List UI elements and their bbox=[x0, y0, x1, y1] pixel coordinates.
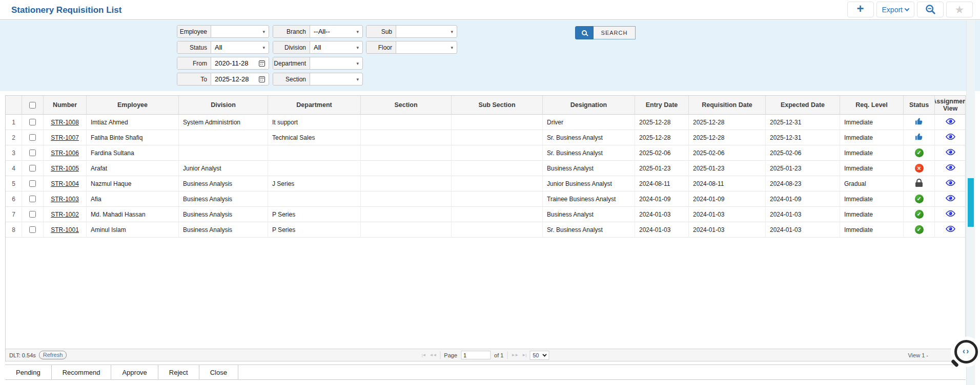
cell-requisition_date: 2025-01-23 bbox=[689, 161, 766, 176]
cell-seq: 2 bbox=[6, 130, 22, 145]
filter-sub-select[interactable]: ▾ bbox=[396, 26, 457, 37]
cell-view bbox=[935, 222, 966, 237]
cell-number: STR-1004 bbox=[44, 176, 87, 191]
table-row: 5STR-1004Nazmul HaqueBusiness AnalysisJ … bbox=[6, 176, 965, 191]
row-checkbox[interactable] bbox=[29, 196, 36, 202]
first-page-icon[interactable]: |◄ bbox=[422, 353, 426, 357]
cell-view bbox=[935, 207, 966, 222]
filter-status-select[interactable]: All▾ bbox=[211, 41, 269, 53]
requisition-number-link[interactable]: STR-1001 bbox=[51, 226, 79, 233]
requisition-number-link[interactable]: STR-1006 bbox=[51, 149, 79, 157]
tab-approve[interactable]: Approve bbox=[111, 365, 158, 379]
column-header-sub_section[interactable]: Sub Section bbox=[452, 96, 543, 114]
zoom-out-icon bbox=[925, 4, 936, 15]
tab-recommend[interactable]: Recommend bbox=[52, 365, 112, 379]
calendar-icon[interactable] bbox=[259, 60, 265, 67]
scrollbar-thumb[interactable] bbox=[968, 178, 974, 227]
last-page-icon[interactable]: ►| bbox=[522, 353, 526, 357]
calendar-icon[interactable] bbox=[259, 76, 265, 82]
row-checkbox[interactable] bbox=[29, 226, 36, 233]
column-header-requisition_date[interactable]: Requisition Date bbox=[689, 96, 766, 114]
cell-number: STR-1003 bbox=[44, 191, 87, 206]
code-inspector-button[interactable]: ‹› bbox=[954, 340, 978, 363]
column-header-expected_date[interactable]: Expected Date bbox=[766, 96, 840, 114]
filter-section: Section ▾ bbox=[273, 73, 363, 85]
page-size-select[interactable]: 50 bbox=[529, 351, 549, 360]
export-button[interactable]: Export bbox=[876, 2, 914, 17]
table-row: 2STR-1007Fatiha Binte ShafiqTechnical Sa… bbox=[6, 130, 965, 145]
search-button[interactable]: SEARCH bbox=[575, 26, 636, 39]
requisition-number-link[interactable]: STR-1005 bbox=[51, 165, 79, 172]
cell-department: Technical Sales bbox=[268, 130, 361, 145]
filter-status: Status All▾ bbox=[177, 41, 269, 54]
row-checkbox[interactable] bbox=[29, 119, 36, 125]
cell-sub_section bbox=[452, 222, 543, 237]
eye-icon[interactable] bbox=[945, 118, 956, 126]
column-header-section[interactable]: Section bbox=[361, 96, 452, 114]
column-header-req_level[interactable]: Req. Level bbox=[840, 96, 904, 114]
requisition-number-link[interactable]: STR-1007 bbox=[51, 134, 79, 141]
add-button[interactable]: + bbox=[847, 2, 874, 17]
filter-division-select[interactable]: All▾ bbox=[310, 41, 362, 53]
column-header-status[interactable]: Status bbox=[904, 96, 935, 114]
select-all-checkbox[interactable] bbox=[29, 102, 36, 109]
chevron-down-icon: ▾ bbox=[262, 46, 265, 50]
filter-branch-select[interactable]: --All--▾ bbox=[310, 26, 362, 37]
column-header-check[interactable] bbox=[22, 96, 44, 114]
cell-employee: Fatiha Binte Shafiq bbox=[87, 130, 179, 145]
tab-close[interactable]: Close bbox=[199, 365, 238, 379]
page-number-input[interactable] bbox=[461, 351, 491, 359]
tab-pending[interactable]: Pending bbox=[5, 365, 52, 379]
zoom-out-button[interactable] bbox=[917, 2, 944, 17]
requisition-number-link[interactable]: STR-1003 bbox=[51, 196, 79, 203]
row-checkbox[interactable] bbox=[29, 134, 36, 141]
eye-icon[interactable] bbox=[945, 133, 956, 142]
cell-entry_date: 2024-01-03 bbox=[635, 222, 689, 237]
column-header-view[interactable]: Assignment View bbox=[935, 96, 966, 114]
filter-section-select[interactable]: ▾ bbox=[310, 73, 362, 85]
requisition-number-link[interactable]: STR-1002 bbox=[51, 211, 79, 218]
requisition-number-link[interactable]: STR-1004 bbox=[51, 180, 79, 187]
favorite-button[interactable]: ★ bbox=[946, 2, 973, 17]
filter-department-select[interactable]: ▾ bbox=[310, 57, 362, 69]
cell-check bbox=[22, 191, 44, 206]
row-checkbox[interactable] bbox=[29, 211, 36, 218]
cell-department: P Series bbox=[268, 207, 361, 222]
eye-icon[interactable] bbox=[945, 148, 956, 157]
column-header-department[interactable]: Department bbox=[268, 96, 361, 114]
view-range-label: View 1 - bbox=[908, 352, 928, 358]
column-header-entry_date[interactable]: Entry Date bbox=[635, 96, 689, 114]
filter-employee-select[interactable]: ▾ bbox=[211, 26, 269, 37]
filter-floor-select[interactable]: ▾ bbox=[396, 41, 457, 53]
code-brackets-icon: ‹› bbox=[963, 347, 970, 356]
eye-icon[interactable] bbox=[945, 164, 956, 173]
column-header-division[interactable]: Division bbox=[179, 96, 268, 114]
row-checkbox[interactable] bbox=[29, 149, 36, 156]
row-checkbox[interactable] bbox=[29, 180, 36, 187]
eye-icon[interactable] bbox=[945, 225, 956, 234]
requisition-number-link[interactable]: STR-1008 bbox=[51, 119, 79, 126]
check-circle-icon: ✓ bbox=[915, 225, 924, 234]
column-header-employee[interactable]: Employee bbox=[87, 96, 179, 114]
column-header-designation[interactable]: Designation bbox=[543, 96, 635, 114]
cell-status: ✓ bbox=[904, 222, 935, 237]
tab-reject[interactable]: Reject bbox=[158, 365, 199, 379]
prev-page-icon[interactable]: ◄◄ bbox=[430, 353, 437, 357]
grid-body: 1STR-1008Imtiaz AhmedSystem Administrtio… bbox=[6, 115, 965, 238]
pager: |◄ ◄◄ Page of 1 ►► ►| 50 bbox=[422, 351, 549, 360]
filter-department: Department ▾ bbox=[273, 57, 363, 70]
column-header-number[interactable]: Number bbox=[44, 96, 87, 114]
filter-from-date: From 2020-11-28 bbox=[177, 57, 269, 70]
filter-from-input[interactable]: 2020-11-28 bbox=[211, 57, 269, 69]
search-icon bbox=[575, 26, 594, 39]
eye-icon[interactable] bbox=[945, 195, 956, 203]
eye-icon[interactable] bbox=[945, 210, 956, 219]
next-page-icon[interactable]: ►► bbox=[511, 353, 518, 357]
eye-icon[interactable] bbox=[945, 179, 956, 188]
row-checkbox[interactable] bbox=[29, 165, 36, 172]
filter-to-input[interactable]: 2025-12-28 bbox=[211, 73, 269, 85]
cell-sub_section bbox=[452, 161, 543, 176]
refresh-button[interactable]: Refresh bbox=[39, 351, 67, 359]
cell-division: Business Analysis bbox=[179, 207, 268, 222]
vertical-scrollbar[interactable] bbox=[966, 20, 975, 385]
